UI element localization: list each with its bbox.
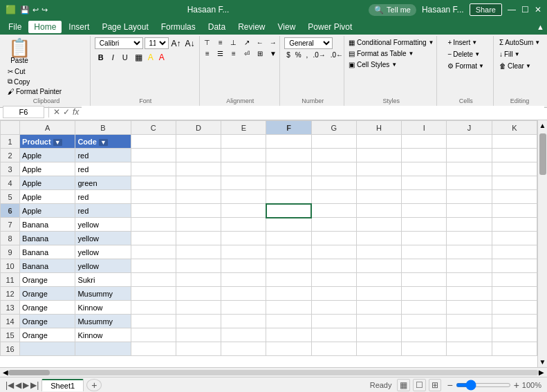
cell-k8[interactable]: [492, 232, 537, 245]
cell-e2[interactable]: [221, 149, 266, 162]
format-as-table-button[interactable]: ▤ Format as Table ▼: [346, 48, 437, 59]
cell-a8[interactable]: Banana: [20, 232, 75, 245]
row-header-8[interactable]: 8: [1, 232, 20, 245]
underline-button[interactable]: U: [119, 52, 131, 63]
insert-button[interactable]: + Insert ▼: [443, 37, 488, 48]
cell-e10[interactable]: [221, 259, 266, 273]
cell-j13[interactable]: [447, 301, 492, 315]
conditional-formatting-button[interactable]: ▦ Conditional Formatting ▼: [346, 37, 437, 48]
row-header-4[interactable]: 4: [1, 176, 20, 190]
page-layout-view-btn[interactable]: ☐: [413, 379, 426, 391]
cell-d12[interactable]: [176, 287, 221, 301]
col-header-e[interactable]: E: [221, 121, 266, 135]
align-middle-btn[interactable]: ≡: [214, 37, 227, 47]
cell-j1[interactable]: [447, 135, 492, 149]
cell-j12[interactable]: [447, 287, 492, 301]
cell-j2[interactable]: [447, 149, 492, 162]
cell-g12[interactable]: [311, 287, 356, 301]
cell-a1[interactable]: Product ▼: [20, 135, 75, 149]
normal-view-btn[interactable]: ▦: [397, 379, 410, 391]
currency-btn[interactable]: $: [284, 50, 293, 59]
cell-d7[interactable]: [176, 218, 221, 232]
wrap-text-btn[interactable]: ⏎: [241, 48, 253, 58]
cell-f14[interactable]: [266, 315, 311, 328]
window-maximize[interactable]: ☐: [521, 5, 529, 15]
h-scroll-thumb[interactable]: [8, 370, 50, 375]
cell-h6[interactable]: [356, 204, 401, 218]
cell-j11[interactable]: [447, 273, 492, 287]
bold-button[interactable]: B: [95, 52, 107, 63]
cell-g6[interactable]: [311, 204, 356, 218]
cell-c3[interactable]: [131, 162, 176, 176]
cell-c1[interactable]: [131, 135, 176, 149]
fill-dropdown[interactable]: ▼: [514, 51, 520, 57]
cell-a3[interactable]: Apple: [20, 162, 75, 176]
cell-b9[interactable]: yellow: [75, 245, 131, 259]
format-dropdown[interactable]: ▼: [479, 63, 484, 69]
cell-f2[interactable]: [266, 149, 311, 162]
number-format-select[interactable]: General: [284, 37, 333, 49]
cell-a10[interactable]: Banana: [20, 259, 75, 273]
text-direction-btn[interactable]: ↗: [241, 37, 253, 47]
row-header-13[interactable]: 13: [1, 301, 20, 315]
cell-b5[interactable]: red: [75, 190, 131, 204]
cell-d16[interactable]: [176, 342, 221, 356]
cell-b10[interactable]: yellow: [75, 259, 131, 273]
cell-f7[interactable]: [266, 218, 311, 232]
sheet-first-btn[interactable]: |◀: [6, 380, 14, 390]
cell-e8[interactable]: [221, 232, 266, 245]
font-size-select[interactable]: 11: [145, 37, 169, 49]
cell-a15[interactable]: Orange: [20, 328, 75, 342]
cell-j4[interactable]: [447, 176, 492, 190]
cell-k2[interactable]: [492, 149, 537, 162]
row-header-14[interactable]: 14: [1, 315, 20, 328]
cell-h9[interactable]: [356, 245, 401, 259]
cell-e4[interactable]: [221, 176, 266, 190]
cell-a2[interactable]: Apple: [20, 149, 75, 162]
cell-g4[interactable]: [311, 176, 356, 190]
cell-g5[interactable]: [311, 190, 356, 204]
cell-c13[interactable]: [131, 301, 176, 315]
cond-format-dropdown[interactable]: ▼: [429, 39, 434, 46]
cell-f8[interactable]: [266, 232, 311, 245]
fill-color-btn[interactable]: A: [146, 52, 156, 63]
cell-i10[interactable]: [402, 259, 447, 273]
format-table-dropdown[interactable]: ▼: [408, 50, 414, 57]
cell-b6[interactable]: red: [75, 204, 131, 218]
indent-more-btn[interactable]: →: [267, 37, 279, 47]
cell-k5[interactable]: [492, 190, 537, 204]
menu-home[interactable]: Home: [28, 21, 62, 33]
cell-d5[interactable]: [176, 190, 221, 204]
row-header-3[interactable]: 3: [1, 162, 20, 176]
cancel-formula-icon[interactable]: ✕: [53, 107, 60, 117]
cell-f15[interactable]: [266, 328, 311, 342]
cell-a14[interactable]: Orange: [20, 315, 75, 328]
cell-c8[interactable]: [131, 232, 176, 245]
cell-f9[interactable]: [266, 245, 311, 259]
font-color-btn[interactable]: A: [157, 52, 167, 63]
share-button[interactable]: Share: [470, 3, 502, 16]
align-bottom-btn[interactable]: ⊥: [228, 37, 240, 47]
cell-e1[interactable]: [221, 135, 266, 149]
cell-k15[interactable]: [492, 328, 537, 342]
cell-i13[interactable]: [402, 301, 447, 315]
cell-e12[interactable]: [221, 287, 266, 301]
menu-formulas[interactable]: Formulas: [156, 21, 201, 33]
cell-d10[interactable]: [176, 259, 221, 273]
cell-j3[interactable]: [447, 162, 492, 176]
cell-h3[interactable]: [356, 162, 401, 176]
merge-dropdown-btn[interactable]: ▼: [267, 48, 279, 58]
font-name-select[interactable]: Calibri: [95, 37, 143, 49]
cell-a11[interactable]: Orange: [20, 273, 75, 287]
cell-j9[interactable]: [447, 245, 492, 259]
row-header-9[interactable]: 9: [1, 245, 20, 259]
cell-d13[interactable]: [176, 301, 221, 315]
cell-e13[interactable]: [221, 301, 266, 315]
cell-e11[interactable]: [221, 273, 266, 287]
sheet-prev-btn[interactable]: ◀: [15, 380, 21, 390]
row-header-15[interactable]: 15: [1, 328, 20, 342]
col-header-g[interactable]: G: [311, 121, 356, 135]
cell-e14[interactable]: [221, 315, 266, 328]
cell-a6[interactable]: Apple: [20, 204, 75, 218]
cell-a16[interactable]: [20, 342, 75, 356]
